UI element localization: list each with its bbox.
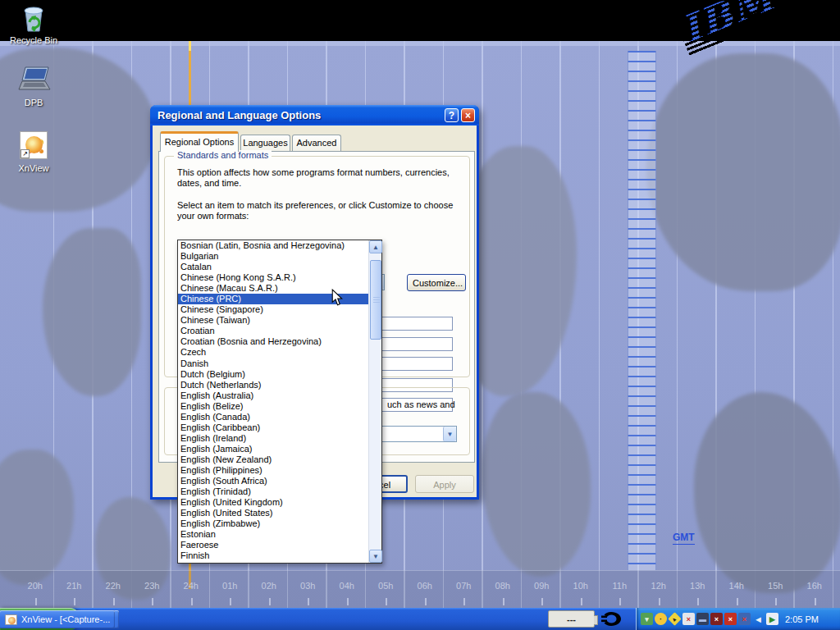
language-option[interactable]: Dutch (Belgium) bbox=[178, 369, 368, 380]
language-option[interactable]: Finnish bbox=[178, 550, 368, 561]
language-option[interactable]: English (Trinidad) bbox=[178, 486, 368, 497]
app-alert-icon[interactable]: × bbox=[682, 613, 695, 625]
language-option[interactable]: Bulgarian bbox=[178, 251, 368, 262]
map-landmass bbox=[694, 392, 840, 593]
language-option[interactable]: English (Australia) bbox=[178, 390, 368, 401]
battery-meter[interactable]: --- bbox=[548, 610, 595, 628]
language-option[interactable]: Estonian bbox=[178, 529, 368, 540]
timezone-label: 23h bbox=[133, 571, 172, 608]
language-option[interactable]: Croatian (Bosnia and Herzegovina) bbox=[178, 336, 368, 347]
location-text-fragment: uch as news and bbox=[387, 399, 469, 410]
diamond-app-icon[interactable]: ◂ bbox=[668, 612, 682, 626]
language-option[interactable]: Chinese (Taiwan) bbox=[178, 315, 368, 326]
gmt-label: GMT bbox=[673, 532, 695, 545]
security-alert-icon[interactable]: × bbox=[724, 613, 737, 625]
language-option[interactable]: English (Zimbabwe) bbox=[178, 518, 368, 529]
standards-description: This option affects how some programs fo… bbox=[177, 167, 466, 189]
scroll-down-button[interactable]: ▼ bbox=[369, 550, 382, 563]
timezone-label: 24h bbox=[171, 571, 211, 608]
desktop-icon-label: DPB bbox=[5, 98, 62, 107]
timezone-label: 20h bbox=[16, 571, 55, 608]
language-option[interactable]: Chinese (Hong Kong S.A.R.) bbox=[178, 272, 368, 283]
mouse-cursor bbox=[331, 289, 343, 309]
map-landmass bbox=[0, 450, 74, 585]
close-button[interactable]: × bbox=[461, 108, 475, 122]
tab-languages[interactable]: Languages bbox=[240, 135, 290, 152]
timezone-label: 02h bbox=[249, 571, 289, 608]
clock[interactable]: 2:05 PM bbox=[785, 614, 822, 624]
scrollbar-thumb[interactable] bbox=[370, 260, 381, 340]
tab-regional-options[interactable]: Regional Options bbox=[160, 131, 239, 152]
chevron-down-icon[interactable]: ▼ bbox=[443, 427, 456, 441]
customize-button[interactable]: Customize... bbox=[407, 274, 466, 291]
language-option[interactable]: English (Caribbean) bbox=[178, 422, 368, 433]
removable-device-icon[interactable]: ▾ bbox=[641, 613, 653, 625]
language-option[interactable]: English (Philippines) bbox=[178, 465, 368, 476]
timezone-label: 03h bbox=[289, 571, 328, 608]
language-option[interactable]: Czech bbox=[178, 347, 368, 358]
help-button[interactable]: ? bbox=[445, 108, 459, 122]
language-option[interactable]: English (South Africa) bbox=[178, 476, 368, 486]
language-option[interactable]: English (Belize) bbox=[178, 401, 368, 412]
language-option[interactable]: English (New Zealand) bbox=[178, 454, 368, 465]
desktop-icon-recycle-bin[interactable]: Recycle Bin bbox=[5, 3, 62, 45]
power-status-icon[interactable]: · bbox=[655, 613, 667, 625]
desktop-icon-label: XnView bbox=[5, 163, 62, 173]
timezone-label: 05h bbox=[367, 571, 406, 608]
language-option[interactable]: English (Jamaica) bbox=[178, 444, 368, 454]
task-label: XnView - [<Capture-... bbox=[21, 614, 110, 624]
desktop-icon-xnview[interactable]: ↗ XnView bbox=[5, 131, 62, 173]
language-option[interactable]: English (United States) bbox=[178, 508, 368, 518]
language-option[interactable]: English (Canada) bbox=[178, 412, 368, 422]
timezone-label: 16h bbox=[795, 571, 834, 608]
timezone-label: 10h bbox=[561, 571, 600, 608]
gmt-hatched-band bbox=[628, 51, 656, 570]
network-device-icon[interactable]: ▬ bbox=[696, 613, 709, 625]
scrollbar[interactable]: ▲ ▼ bbox=[368, 240, 381, 563]
status-flag-icon[interactable]: ▶ bbox=[766, 613, 778, 625]
language-option[interactable]: Faeroese bbox=[178, 540, 368, 550]
volume-icon[interactable]: ◄ bbox=[752, 613, 765, 625]
timezone-label: 08h bbox=[483, 571, 523, 608]
map-landmass bbox=[43, 228, 141, 396]
language-option[interactable]: English (Ireland) bbox=[178, 433, 368, 444]
xnview-shortcut-icon: ↗ bbox=[18, 131, 49, 161]
dialog-title: Regional and Language Options bbox=[158, 109, 442, 121]
language-option[interactable]: Dutch (Netherlands) bbox=[178, 380, 368, 390]
language-option[interactable]: Danish bbox=[178, 358, 368, 369]
scroll-up-button[interactable]: ▲ bbox=[369, 240, 382, 253]
timezone-label: 13h bbox=[678, 571, 718, 608]
task-xnview[interactable]: XnView - [<Capture-... bbox=[0, 610, 115, 628]
power-plug-icon bbox=[601, 611, 623, 630]
system-tray: ▾·◂×▬×××◄▶ 2:05 PM bbox=[636, 608, 840, 630]
apply-button: Apply bbox=[415, 475, 474, 493]
desktop-icon-dpb[interactable]: DPB bbox=[5, 66, 62, 107]
desktop-top-band: IBM bbox=[0, 0, 840, 41]
dialog-titlebar[interactable]: Regional and Language Options ? × bbox=[150, 105, 479, 126]
language-option[interactable]: Catalan bbox=[178, 262, 368, 272]
desktop-icon-label: Recycle Bin bbox=[5, 35, 62, 45]
timezone-label: 06h bbox=[405, 571, 445, 608]
timezone-label: 01h bbox=[211, 571, 250, 608]
language-option[interactable]: Bosnian (Latin, Bosnia and Herzegovina) bbox=[178, 240, 368, 251]
laptop-icon bbox=[18, 66, 49, 95]
blocked-app-icon[interactable]: × bbox=[710, 613, 723, 625]
language-option[interactable]: Croatian bbox=[178, 326, 368, 336]
tray-icons: ▾·◂×▬×××◄▶ bbox=[641, 613, 778, 625]
timezone-label: 11h bbox=[600, 571, 640, 608]
network-disconnected-icon[interactable]: × bbox=[738, 613, 751, 625]
recycle-bin-icon bbox=[18, 3, 49, 33]
language-dropdown-list: Bosnian (Latin, Bosnia and Herzegovina)B… bbox=[177, 240, 382, 564]
timezone-label: 12h bbox=[639, 571, 678, 608]
timezone-label: 21h bbox=[55, 571, 94, 608]
timezone-label: 22h bbox=[94, 571, 133, 608]
timezone-label: 09h bbox=[523, 571, 562, 608]
map-landmass bbox=[646, 53, 840, 291]
map-landmass bbox=[482, 392, 591, 577]
tab-advanced[interactable]: Advanced bbox=[292, 135, 341, 152]
timezone-label: 14h bbox=[717, 571, 756, 608]
taskbar: start PowerQuest Partition... Control Pa… bbox=[0, 608, 840, 630]
shortcut-arrow-icon: ↗ bbox=[21, 149, 30, 158]
timezone-strip: 20h21h22h23h24h01h02h03h04h05h06h07h08h0… bbox=[0, 570, 840, 608]
language-option[interactable]: English (United Kingdom) bbox=[178, 497, 368, 508]
